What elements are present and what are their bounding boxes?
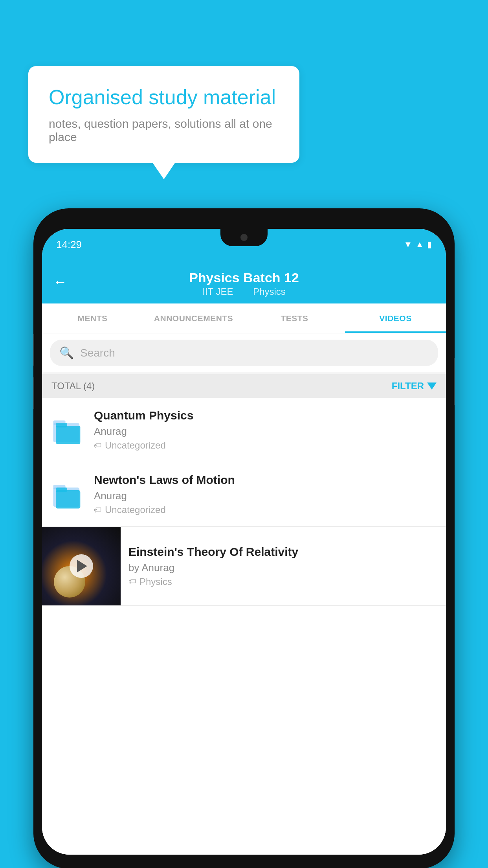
filter-bar: TOTAL (4) FILTER [42, 374, 446, 398]
tab-ments[interactable]: MENTS [42, 303, 143, 333]
header-title: Physics Batch 12 [189, 270, 299, 285]
svg-rect-7 [56, 487, 67, 492]
folder-svg [51, 479, 83, 510]
app-header: ← Physics Batch 12 IIT JEE Physics [42, 260, 446, 303]
folder-icon [51, 414, 83, 446]
video-tag: 🏷 Uncategorized [94, 504, 437, 515]
status-icons: ▼ ▲ ▮ [404, 239, 432, 250]
folder-icon [51, 479, 83, 510]
tag-icon: 🏷 [128, 577, 136, 586]
search-container: 🔍 Search [42, 333, 446, 372]
signal-icon: ▲ [415, 239, 424, 250]
list-item[interactable]: Newton's Laws of Motion Anurag 🏷 Uncateg… [42, 462, 446, 527]
svg-rect-3 [56, 423, 67, 427]
bubble-subtitle: notes, question papers, solutions all at… [49, 117, 279, 144]
status-time: 14:29 [56, 239, 82, 251]
filter-button[interactable]: FILTER [392, 381, 437, 392]
video-tag: 🏷 Uncategorized [94, 440, 437, 451]
video-list: Quantum Physics Anurag 🏷 Uncategorized [42, 398, 446, 855]
list-item[interactable]: Quantum Physics Anurag 🏷 Uncategorized [42, 398, 446, 462]
search-input[interactable]: Search [80, 347, 115, 359]
filter-icon [427, 383, 437, 390]
volume-up-button [33, 334, 34, 366]
header-tag2: Physics [253, 286, 286, 297]
tab-tests[interactable]: TESTS [244, 303, 345, 333]
wifi-icon: ▼ [404, 239, 412, 250]
status-bar: 14:29 ▼ ▲ ▮ [42, 229, 446, 260]
play-button[interactable] [70, 554, 93, 578]
speech-bubble: Organised study material notes, question… [28, 66, 299, 163]
video-info: Quantum Physics Anurag 🏷 Uncategorized [94, 409, 437, 451]
header-tag1: IIT JEE [202, 286, 233, 297]
tab-videos[interactable]: VIDEOS [345, 303, 446, 333]
camera-dot [240, 234, 248, 241]
video-title: Einstein's Theory Of Relativity [128, 545, 438, 559]
tag-icon: 🏷 [94, 506, 102, 515]
battery-icon: ▮ [427, 239, 432, 250]
power-button [454, 358, 455, 405]
search-icon: 🔍 [59, 346, 74, 360]
svg-rect-6 [56, 490, 80, 508]
header-subtitle: IIT JEE Physics [198, 286, 290, 297]
volume-down-button [33, 377, 34, 409]
list-item[interactable]: Einstein's Theory Of Relativity by Anura… [42, 527, 446, 606]
play-icon [77, 560, 87, 572]
tag-icon: 🏷 [94, 441, 102, 450]
video-title: Newton's Laws of Motion [94, 473, 437, 487]
video-tag: 🏷 Physics [128, 576, 438, 587]
video-info: Newton's Laws of Motion Anurag 🏷 Uncateg… [94, 473, 437, 515]
phone-frame: 14:29 ▼ ▲ ▮ ← Physics Batch 12 IIT JEE P… [33, 208, 455, 868]
video-author: by Anurag [128, 562, 438, 574]
tab-announcements[interactable]: ANNOUNCEMENTS [143, 303, 244, 333]
phone-screen: 14:29 ▼ ▲ ▮ ← Physics Batch 12 IIT JEE P… [42, 229, 446, 855]
video-info: Einstein's Theory Of Relativity by Anura… [121, 536, 446, 597]
notch [220, 229, 268, 246]
search-box[interactable]: 🔍 Search [50, 340, 438, 366]
bubble-title: Organised study material [49, 85, 279, 109]
total-count: TOTAL (4) [51, 381, 95, 392]
tab-bar: MENTS ANNOUNCEMENTS TESTS VIDEOS [42, 303, 446, 333]
folder-svg [51, 414, 83, 446]
video-author: Anurag [94, 425, 437, 438]
video-thumbnail [42, 527, 121, 605]
svg-rect-2 [56, 425, 80, 444]
back-button[interactable]: ← [53, 274, 67, 290]
video-author: Anurag [94, 490, 437, 502]
video-title: Quantum Physics [94, 409, 437, 422]
